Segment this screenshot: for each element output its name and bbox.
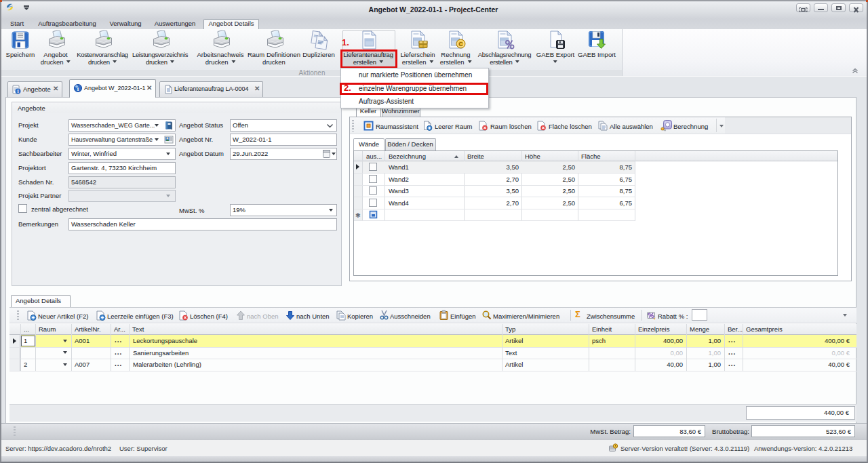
svg-text:i: i <box>17 88 18 94</box>
svg-text:C: C <box>458 41 463 47</box>
